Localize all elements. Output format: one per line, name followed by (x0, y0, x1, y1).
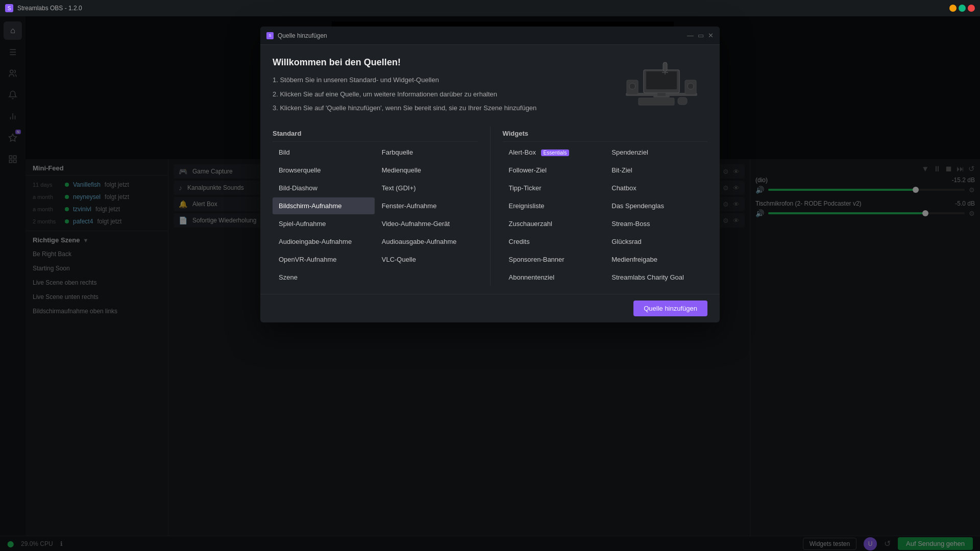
widget-stream-boss[interactable]: Stream-Boss (605, 215, 707, 232)
intro-step-1: 1. Stöbern Sie in unseren Standard- und … (273, 75, 536, 85)
modal-app-icon: S (266, 32, 274, 39)
intro-step-3: 3. Klicken Sie auf 'Quelle hinzufügen', … (273, 103, 536, 113)
modal-intro-text: Willkommen bei den Quellen! 1. Stöbern S… (273, 57, 536, 117)
svg-rect-13 (653, 96, 670, 97)
intro-step-2: 2. Klicken Sie auf eine Quelle, um weite… (273, 89, 536, 99)
maximize-button[interactable] (959, 5, 966, 12)
widget-credits[interactable]: Credits (503, 233, 605, 250)
source-video-aufnahme[interactable]: Video-Aufnahme-Gerät (376, 215, 478, 232)
widget-das-spendenglas[interactable]: Das Spendenglas (605, 197, 707, 214)
widget-glucksrad[interactable]: Glücksrad (605, 233, 707, 250)
modal-overlay: S Quelle hinzufügen — ▭ ✕ Willkommen bei… (0, 16, 980, 551)
svg-rect-15 (678, 97, 687, 105)
modal-heading: Willkommen bei den Quellen! (273, 57, 536, 68)
app-icon: S (5, 4, 13, 12)
modal-illustration (616, 57, 707, 118)
source-audio-eingabe[interactable]: Audioeingabe-Aufnahme (273, 233, 375, 250)
title-bar: S Streamlabs OBS - 1.2.0 (0, 0, 980, 16)
source-farbquelle[interactable]: Farbquelle (376, 144, 478, 161)
svg-point-17 (629, 83, 635, 89)
source-empty (376, 269, 478, 286)
source-text-gdi[interactable]: Text (GDI+) (376, 180, 478, 196)
source-szene[interactable]: Szene (273, 269, 375, 286)
widget-medienfreigabe[interactable]: Medienfreigabe (605, 251, 707, 268)
source-audio-ausgabe[interactable]: Audioausgabe-Aufnahme (376, 233, 478, 250)
svg-rect-20 (663, 62, 667, 71)
app-title: Streamlabs OBS - 1.2.0 (17, 5, 82, 12)
source-medienquelle[interactable]: Medienquelle (376, 162, 478, 179)
source-vlc[interactable]: VLC-Quelle (376, 251, 478, 268)
modal-maximize-button[interactable]: ▭ (698, 32, 704, 39)
widget-tipp-ticker[interactable]: Tipp-Ticker (503, 180, 605, 196)
widget-alert-box[interactable]: Alert-Box Essentials (503, 144, 605, 161)
widget-sponsoren-banner[interactable]: Sponsoren-Banner (503, 251, 605, 268)
window-controls[interactable] (949, 5, 975, 12)
widget-zuschauerzahl[interactable]: Zuschauerzahl (503, 215, 605, 232)
widget-abonnentenziel[interactable]: Abonnentenziel (503, 269, 605, 286)
modal-title: Quelle hinzufügen (278, 32, 327, 39)
source-openvr[interactable]: OpenVR-Aufnahme (273, 251, 375, 268)
widgets-source-grid: Alert-Box Essentials Spendenziel Followe… (503, 144, 708, 286)
widget-charity-goal[interactable]: Streamlabs Charity Goal (605, 269, 707, 286)
modal-divider (490, 127, 491, 286)
widget-bit-ziel[interactable]: Bit-Ziel (605, 162, 707, 179)
widget-spendenziel[interactable]: Spendenziel (605, 144, 707, 161)
svg-rect-14 (639, 98, 674, 105)
source-browserquelle[interactable]: Browserquelle (273, 162, 375, 179)
modal-footer: Quelle hinzufügen (260, 294, 720, 322)
widget-follower-ziel[interactable]: Follower-Ziel (503, 162, 605, 179)
modal-title-bar: S Quelle hinzufügen — ▭ ✕ (260, 27, 720, 45)
source-bildschirm-aufnahme[interactable]: Bildschirm-Aufnahme (273, 197, 375, 214)
essentials-badge: Essentials (541, 149, 570, 156)
svg-rect-11 (646, 71, 677, 89)
modal-intro: Willkommen bei den Quellen! 1. Stöbern S… (260, 45, 720, 127)
source-fenster-aufnahme[interactable]: Fenster-Aufnahme (376, 197, 478, 214)
widgets-section-header: Widgets (503, 127, 708, 142)
add-source-modal: S Quelle hinzufügen — ▭ ✕ Willkommen bei… (260, 27, 720, 322)
add-source-button[interactable]: Quelle hinzufügen (633, 300, 707, 316)
modal-title-left: S Quelle hinzufügen (266, 32, 327, 39)
modal-window-controls[interactable]: — ▭ ✕ (687, 32, 714, 39)
standard-section-header: Standard (273, 127, 478, 142)
modal-sections: Standard Bild Farbquelle Browserquelle M… (260, 127, 720, 294)
modal-close-button[interactable]: ✕ (708, 32, 714, 39)
source-bild-diashow[interactable]: Bild-Diashow (273, 180, 375, 196)
widget-chatbox[interactable]: Chatbox (605, 180, 707, 196)
svg-point-19 (688, 83, 694, 89)
close-button[interactable] (968, 5, 975, 12)
source-spiel-aufnahme[interactable]: Spiel-Aufnahme (273, 215, 375, 232)
widgets-section: Widgets Alert-Box Essentials Spendenziel… (503, 127, 708, 286)
standard-source-grid: Bild Farbquelle Browserquelle Medienquel… (273, 144, 478, 286)
title-bar-left: S Streamlabs OBS - 1.2.0 (5, 4, 82, 12)
widget-ereignisliste[interactable]: Ereignisliste (503, 197, 605, 214)
source-bild[interactable]: Bild (273, 144, 375, 161)
minimize-button[interactable] (949, 5, 957, 12)
standard-section: Standard Bild Farbquelle Browserquelle M… (273, 127, 478, 286)
modal-minimize-button[interactable]: — (687, 32, 694, 39)
